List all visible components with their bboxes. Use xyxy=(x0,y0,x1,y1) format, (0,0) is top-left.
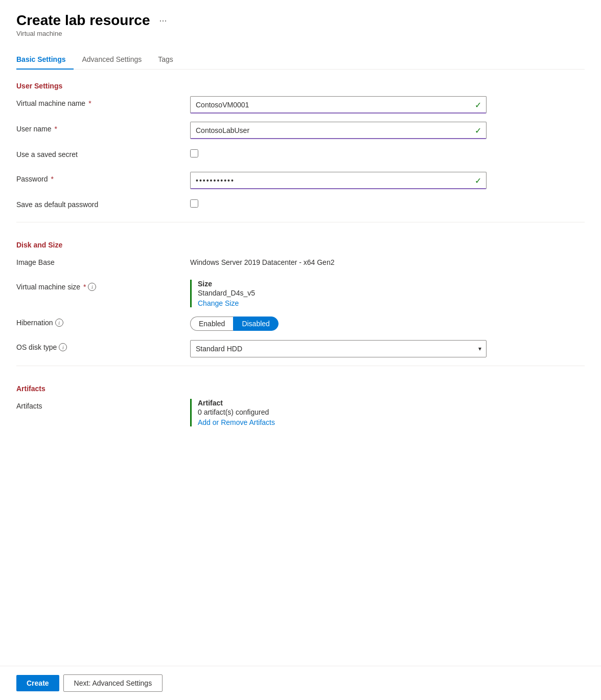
image-base-row: Image Base Windows Server 2019 Datacente… xyxy=(16,255,585,272)
hibernation-control: Enabled Disabled xyxy=(190,315,487,332)
username-check-icon: ✓ xyxy=(475,126,481,136)
vm-name-check-icon: ✓ xyxy=(475,100,481,110)
hibernation-info-icon[interactable]: i xyxy=(55,319,63,327)
vm-name-row: Virtual machine name * ✓ xyxy=(16,96,585,114)
footer: Create Next: Advanced Settings xyxy=(0,666,601,700)
os-disk-type-row: OS disk type i Standard HDD Standard SSD… xyxy=(16,340,585,357)
vm-size-label: Virtual machine size * i xyxy=(16,280,190,291)
password-input[interactable] xyxy=(190,172,487,189)
vm-name-input[interactable] xyxy=(190,96,487,114)
hibernation-row: Hibernation i Enabled Disabled xyxy=(16,315,585,332)
artifacts-row: Artifacts Artifact 0 artifact(s) configu… xyxy=(16,399,585,426)
hibernation-disabled-btn[interactable]: Disabled xyxy=(233,317,278,331)
tab-basic-settings[interactable]: Basic Settings xyxy=(16,50,74,70)
user-settings-section-label: User Settings xyxy=(16,82,585,90)
create-button[interactable]: Create xyxy=(16,675,59,691)
use-saved-secret-label: Use a saved secret xyxy=(16,147,190,159)
hibernation-toggle-group: Enabled Disabled xyxy=(190,315,487,332)
username-input[interactable] xyxy=(190,122,487,139)
artifacts-field-label: Artifacts xyxy=(16,399,190,410)
add-remove-artifacts-link[interactable]: Add or Remove Artifacts xyxy=(198,418,275,426)
username-row: User name * ✓ xyxy=(16,122,585,139)
image-base-label: Image Base xyxy=(16,255,190,266)
vm-size-row: Virtual machine size * i Size Standard_D… xyxy=(16,280,585,307)
image-base-control: Windows Server 2019 Datacenter - x64 Gen… xyxy=(190,255,487,266)
save-default-password-label: Save as default password xyxy=(16,197,190,209)
os-disk-type-label: OS disk type i xyxy=(16,340,190,351)
use-saved-secret-row: Use a saved secret xyxy=(16,147,585,164)
page-subtitle: Virtual machine xyxy=(16,30,585,37)
vm-name-label: Virtual machine name * xyxy=(16,96,190,107)
use-saved-secret-checkbox[interactable] xyxy=(190,149,198,157)
tab-advanced-settings[interactable]: Advanced Settings xyxy=(82,50,150,70)
artifact-count: 0 artifact(s) configured xyxy=(198,408,487,416)
password-row: Password * ✓ xyxy=(16,172,585,189)
vm-size-control: Size Standard_D4s_v5 Change Size xyxy=(190,280,487,307)
use-saved-secret-control xyxy=(190,147,487,157)
vm-size-info-icon[interactable]: i xyxy=(88,283,96,291)
username-control: ✓ xyxy=(190,122,487,139)
save-default-password-control xyxy=(190,197,487,208)
hibernation-label: Hibernation i xyxy=(16,315,190,327)
image-base-value: Windows Server 2019 Datacenter - x64 Gen… xyxy=(190,255,487,266)
more-options-icon[interactable]: ··· xyxy=(159,15,167,26)
tab-tags[interactable]: Tags xyxy=(158,50,181,70)
password-label: Password * xyxy=(16,172,190,183)
hibernation-enabled-btn[interactable]: Enabled xyxy=(190,317,233,331)
artifact-block-title: Artifact xyxy=(198,399,487,407)
page-header: Create lab resource ··· Virtual machine xyxy=(16,12,585,37)
password-control: ✓ xyxy=(190,172,487,189)
vm-size-block-title: Size xyxy=(198,280,487,288)
os-disk-type-select[interactable]: Standard HDD Standard SSD Premium SSD xyxy=(190,340,487,357)
tabs-bar: Basic Settings Advanced Settings Tags xyxy=(16,50,585,70)
os-disk-type-info-icon[interactable]: i xyxy=(59,343,67,351)
username-label: User name * xyxy=(16,122,190,133)
password-check-icon: ✓ xyxy=(475,176,481,186)
save-default-password-checkbox[interactable] xyxy=(190,199,198,208)
disk-size-section-label: Disk and Size xyxy=(16,241,585,249)
change-size-link[interactable]: Change Size xyxy=(198,299,239,307)
vm-size-value: Standard_D4s_v5 xyxy=(198,289,487,297)
save-default-password-row: Save as default password xyxy=(16,197,585,214)
artifacts-section-label: Artifacts xyxy=(16,385,585,393)
page-title: Create lab resource xyxy=(16,12,150,29)
artifacts-control: Artifact 0 artifact(s) configured Add or… xyxy=(190,399,487,426)
os-disk-type-control: Standard HDD Standard SSD Premium SSD ▾ xyxy=(190,340,487,357)
next-advanced-settings-button[interactable]: Next: Advanced Settings xyxy=(63,674,163,692)
vm-name-control: ✓ xyxy=(190,96,487,114)
